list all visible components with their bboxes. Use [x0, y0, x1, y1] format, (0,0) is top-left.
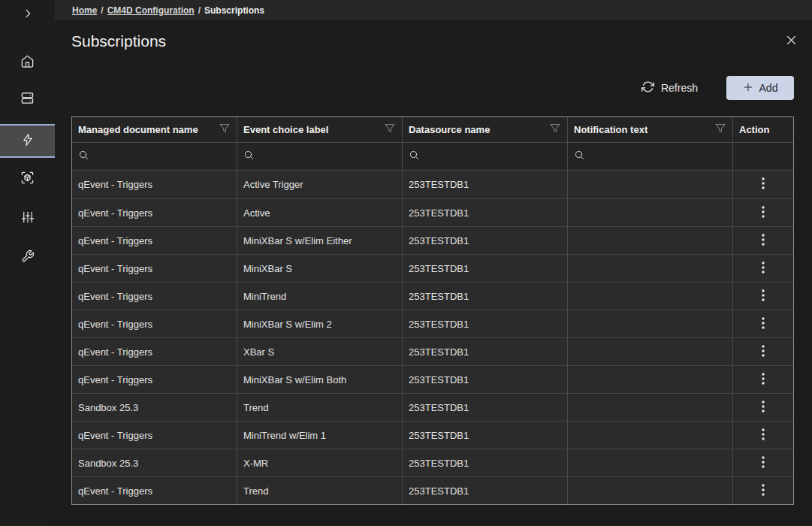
search-icon [409, 150, 420, 163]
cell-managed-document-name: qEvent - Triggers [72, 283, 237, 310]
column-header-event-choice-label[interactable]: Event choice label [237, 117, 403, 142]
cell-datasource-name: 253TESTDB1 [403, 199, 568, 226]
table-row: qEvent - Triggers MiniTrend w/Elim 1 253… [72, 421, 793, 449]
cell-event-choice-label: Trend [237, 394, 403, 421]
close-icon [786, 35, 797, 48]
table-row: qEvent - Triggers MiniXBar S 253TESTDB1 [72, 254, 793, 282]
filter-icon[interactable] [714, 122, 726, 137]
cell-datasource-name: 253TESTDB1 [403, 310, 568, 337]
cell-notification-text [568, 255, 733, 282]
cell-action [733, 338, 793, 365]
cell-notification-text [568, 171, 733, 198]
row-actions-menu-button[interactable] [753, 175, 773, 195]
sidebar-item-objects[interactable] [0, 162, 55, 195]
table-filter-row [72, 143, 793, 171]
search-filter-managed-document-name[interactable] [72, 143, 237, 170]
breadcrumb: Home/CM4D Configuration/Subscriptions [72, 5, 264, 16]
sidebar-expand-button[interactable] [0, 0, 55, 29]
filter-icon[interactable] [219, 122, 231, 137]
kebab-menu-icon [762, 261, 765, 276]
table-row: Sandbox 25.3 X-MR 253TESTDB1 [72, 449, 793, 476]
cell-action [733, 477, 793, 504]
filter-icon[interactable] [549, 122, 561, 137]
breadcrumb-bar: Home/CM4D Configuration/Subscriptions [55, 0, 812, 20]
add-button[interactable]: Add [726, 76, 794, 100]
cell-managed-document-name: qEvent - Triggers [72, 422, 237, 449]
cell-managed-document-name: qEvent - Triggers [72, 477, 237, 504]
cell-event-choice-label: MiniXBar S w/Elim 2 [237, 310, 403, 337]
cell-datasource-name: 253TESTDB1 [403, 283, 568, 310]
cell-event-choice-label: MiniXBar S w/Elim Both [237, 366, 403, 393]
row-actions-menu-button[interactable] [753, 425, 773, 445]
row-actions-menu-button[interactable] [753, 314, 773, 334]
kebab-menu-icon [762, 401, 765, 415]
sidebar-item-subscriptions[interactable] [0, 124, 55, 158]
cell-managed-document-name: qEvent - Triggers [72, 227, 237, 254]
sidebar-item-settings[interactable] [0, 201, 55, 234]
refresh-icon [641, 80, 654, 95]
breadcrumb-current-page: Subscriptions [204, 5, 264, 16]
server-icon [20, 91, 35, 107]
table-row: qEvent - Triggers XBar S 253TESTDB1 [72, 337, 793, 365]
refresh-label: Refresh [661, 82, 698, 94]
cell-event-choice-label: MiniXBar S w/Elim Either [237, 227, 403, 254]
column-header-managed-document-name[interactable]: Managed document name [72, 117, 237, 142]
search-filter-notification-text[interactable] [568, 143, 733, 170]
cell-managed-document-name: qEvent - Triggers [72, 199, 237, 226]
cell-event-choice-label: XBar S [237, 338, 403, 365]
search-filter-datasource-name[interactable] [403, 143, 568, 170]
cell-datasource-name: 253TESTDB1 [403, 255, 568, 282]
row-actions-menu-button[interactable] [753, 370, 773, 389]
cell-notification-text [568, 227, 733, 254]
row-actions-menu-button[interactable] [753, 286, 773, 306]
page-title: Subscriptions [71, 32, 166, 50]
sidebar-item-home[interactable] [0, 46, 55, 79]
column-header-datasource-name[interactable]: Datasource name [403, 117, 568, 142]
row-actions-menu-button[interactable] [753, 342, 773, 361]
search-icon [78, 150, 89, 163]
cell-action [733, 199, 793, 226]
cell-notification-text [568, 283, 733, 310]
breadcrumb-home-link[interactable]: Home [72, 5, 97, 16]
table-row: qEvent - Triggers MiniXBar S w/Elim Eith… [72, 226, 793, 254]
filter-icon[interactable] [384, 122, 396, 137]
subscriptions-table: Managed document name Event choice label… [71, 116, 794, 505]
sidebar-item-datasources[interactable] [0, 83, 55, 116]
kebab-menu-icon [762, 345, 765, 359]
row-actions-menu-button[interactable] [753, 453, 773, 473]
cell-event-choice-label: MiniXBar S [237, 255, 403, 282]
plus-icon [743, 82, 753, 95]
lightning-icon [21, 133, 35, 149]
column-label: Datasource name [409, 124, 490, 135]
refresh-button[interactable]: Refresh [641, 80, 698, 95]
wrench-icon [21, 249, 35, 265]
cell-notification-text [568, 449, 733, 476]
subscriptions-panel: Subscriptions Refresh Add Managed docume… [55, 20, 812, 526]
home-icon [20, 54, 35, 71]
table-row: qEvent - Triggers MiniXBar S w/Elim 2 25… [72, 310, 793, 337]
row-actions-menu-button[interactable] [753, 203, 773, 222]
close-button[interactable] [784, 35, 798, 48]
cell-event-choice-label: Active Trigger [237, 171, 403, 198]
cell-datasource-name: 253TESTDB1 [403, 394, 568, 421]
search-filter-event-choice-label[interactable] [237, 143, 403, 170]
sidebar-item-tools[interactable] [0, 240, 55, 274]
chevron-right-icon [22, 8, 34, 22]
row-actions-menu-button[interactable] [753, 398, 773, 417]
cell-action [733, 283, 793, 310]
cell-datasource-name: 253TESTDB1 [403, 366, 568, 393]
breadcrumb-cm4d-configuration-link[interactable]: CM4D Configuration [107, 5, 195, 16]
cell-action [733, 394, 793, 421]
cell-notification-text [568, 477, 733, 504]
table-toolbar: Refresh Add [641, 76, 794, 100]
row-actions-menu-button[interactable] [753, 231, 773, 250]
kebab-menu-icon [762, 317, 765, 331]
cell-datasource-name: 253TESTDB1 [403, 171, 568, 198]
column-header-notification-text[interactable]: Notification text [568, 117, 733, 142]
cell-managed-document-name: qEvent - Triggers [72, 366, 237, 393]
cell-action [733, 171, 793, 198]
cell-action [733, 449, 793, 476]
cell-action [733, 227, 793, 254]
row-actions-menu-button[interactable] [753, 258, 773, 278]
row-actions-menu-button[interactable] [753, 481, 773, 500]
